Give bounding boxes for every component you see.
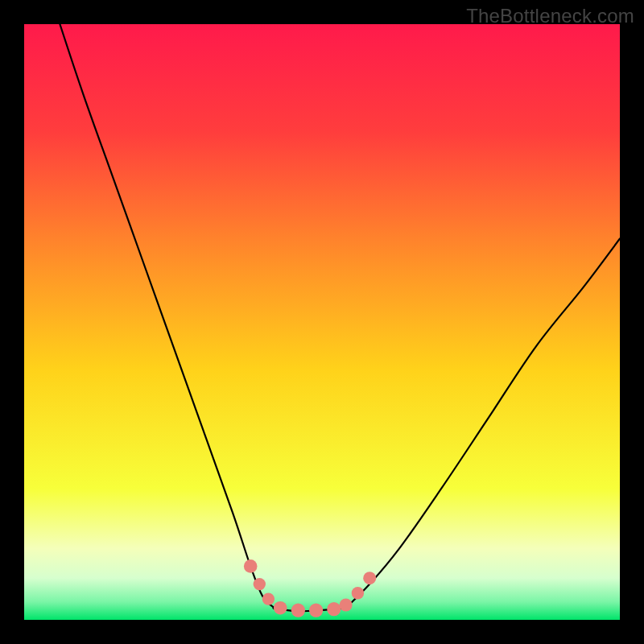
watermark-text: TheBottleneck.com (466, 5, 634, 27)
marker-floor-3 (309, 604, 323, 617)
marker-right-2 (352, 587, 364, 599)
marker-left-1 (244, 559, 258, 573)
marker-right-3 (363, 572, 376, 584)
marker-right-1 (340, 599, 353, 612)
marker-left-2 (254, 578, 266, 590)
marker-floor-1 (274, 601, 287, 615)
marker-left-3 (262, 592, 275, 605)
plot-area (24, 24, 620, 620)
chart-svg (24, 24, 620, 620)
chart-frame: TheBottleneck.com (0, 0, 644, 644)
marker-floor-4 (327, 602, 341, 616)
marker-floor-2 (291, 604, 305, 617)
gradient-background (24, 24, 620, 620)
